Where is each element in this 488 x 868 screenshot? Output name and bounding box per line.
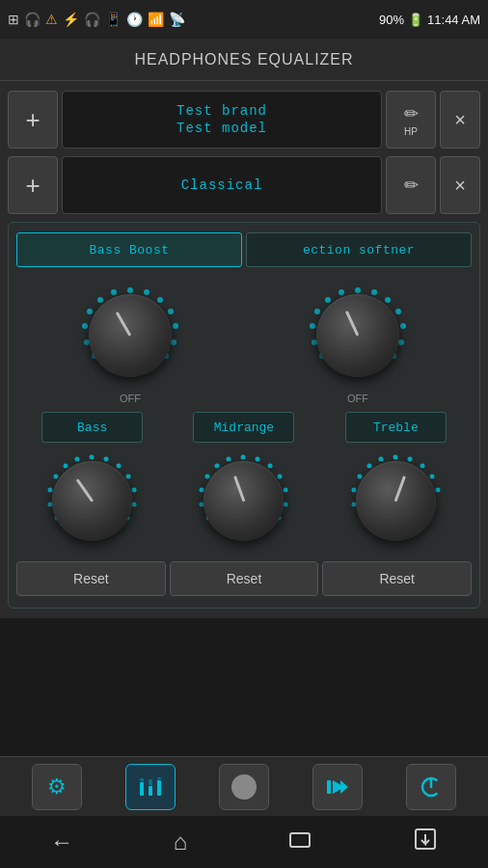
svg-point-52 [64, 464, 68, 469]
svg-point-88 [366, 464, 371, 469]
preset-row-1: + Test brand Test model ✏ HP × [8, 91, 480, 149]
edit-preset2-button[interactable]: ✏ [386, 156, 436, 214]
svg-marker-97 [340, 780, 348, 794]
music-button[interactable] [312, 764, 363, 810]
midrange-knob-indicator [233, 475, 245, 502]
close2-icon: × [454, 175, 466, 197]
svg-point-57 [278, 475, 283, 479]
svg-point-74 [420, 464, 424, 469]
preset1-line1: Test brand [176, 103, 267, 119]
svg-point-3 [168, 309, 174, 314]
bass-knob-body [52, 461, 132, 541]
grid-icon: ⊞ [8, 12, 19, 27]
power-icon [419, 774, 444, 800]
knob2-label: OFF [347, 393, 368, 404]
svg-point-22 [400, 323, 406, 329]
nav-bar: ← ⌂ [0, 816, 488, 868]
svg-point-53 [75, 457, 80, 462]
svg-point-37 [104, 457, 109, 462]
screenshot-button[interactable] [413, 827, 438, 857]
svg-point-17 [111, 289, 117, 295]
svg-point-34 [325, 297, 331, 303]
tab-bass-boost[interactable]: Bass Boost [16, 232, 242, 267]
svg-point-14 [82, 323, 88, 329]
preset2-name: Classical [181, 177, 263, 193]
headphone2-icon: 🎧 [84, 12, 100, 27]
midrange-knob-body [203, 461, 284, 541]
svg-point-41 [132, 502, 137, 507]
knob1-indicator [116, 312, 132, 337]
three-knobs-row [16, 450, 472, 552]
eq-band-labels: Bass Midrange Treble [16, 412, 472, 443]
page-title: HEADPHONES EQUALIZER [134, 51, 353, 68]
svg-point-23 [398, 339, 404, 345]
two-knobs-row: OFF [16, 283, 472, 404]
bass-knob[interactable] [41, 450, 143, 552]
pencil2-icon: ✏ [404, 175, 419, 196]
battery-icon: 🔋 [408, 13, 423, 27]
time-display: 11:44 AM [427, 13, 480, 27]
knob1-container: OFF [77, 283, 183, 404]
svg-rect-93 [149, 779, 152, 785]
svg-point-18 [355, 287, 361, 293]
midrange-knob[interactable] [193, 450, 294, 552]
wifi-icon: 📶 [148, 12, 164, 27]
svg-point-56 [268, 464, 273, 469]
knob2-container: OFF [305, 283, 411, 404]
status-right: 90% 🔋 11:44 AM [379, 13, 480, 27]
warning-icon: ⚠ [45, 12, 58, 27]
eq-panel: Bass Boost ection softner [8, 222, 480, 609]
svg-rect-94 [157, 780, 161, 796]
svg-point-70 [215, 464, 220, 469]
close-preset2-button[interactable]: × [440, 156, 480, 214]
pencil-icon: ✏ [404, 103, 419, 124]
recent-button[interactable] [287, 830, 312, 854]
knob2[interactable] [305, 283, 411, 389]
svg-point-1 [144, 289, 149, 295]
headphone-icon: 🎧 [24, 12, 41, 27]
treble-knob[interactable] [345, 450, 447, 552]
page-title-bar: HEADPHONES EQUALIZER [0, 39, 488, 81]
svg-rect-90 [140, 782, 144, 796]
tab-section-softner[interactable]: ection softner [246, 232, 472, 267]
svg-point-32 [310, 323, 315, 329]
svg-rect-95 [157, 777, 161, 779]
eq-button[interactable] [125, 764, 176, 810]
reset-midrange-button[interactable]: Reset [170, 561, 319, 596]
treble-label-btn[interactable]: Treble [345, 412, 447, 443]
preset1-line2: Test model [176, 121, 267, 136]
midrange-label-btn[interactable]: Midrange [193, 412, 294, 443]
effect-tabs: Bass Boost ection softner [16, 232, 472, 267]
svg-point-2 [157, 297, 163, 303]
svg-rect-101 [290, 833, 310, 847]
settings-button[interactable]: ⚙ [32, 764, 82, 810]
close-preset1-button[interactable]: × [440, 91, 480, 149]
usb-icon: ⚡ [63, 12, 79, 27]
status-bar: ⊞ 🎧 ⚠ ⚡ 🎧 📱 🕐 📶 📡 90% 🔋 11:44 AM [0, 0, 488, 39]
main-content: + Test brand Test model ✏ HP × + Classic… [0, 81, 488, 618]
knob1-body [89, 294, 172, 377]
treble-knob-container [345, 450, 447, 552]
home-button[interactable]: ⌂ [174, 828, 188, 855]
svg-point-5 [171, 339, 176, 345]
reset-bass-button[interactable]: Reset [16, 561, 166, 596]
svg-point-55 [256, 457, 260, 462]
close-icon: × [454, 109, 466, 131]
svg-point-19 [371, 289, 377, 295]
svg-point-4 [173, 323, 178, 329]
svg-point-15 [87, 309, 93, 314]
edit-preset1-button[interactable]: ✏ HP [386, 91, 436, 149]
reset-treble-button[interactable]: Reset [322, 561, 472, 596]
add-preset1-button[interactable]: + [8, 91, 58, 149]
knob1[interactable] [77, 283, 183, 389]
power-button[interactable] [406, 764, 456, 810]
record-button[interactable] [219, 764, 269, 810]
back-button[interactable]: ← [50, 828, 73, 855]
bass-label-btn[interactable]: Bass [41, 412, 143, 443]
svg-point-73 [407, 457, 412, 462]
knob2-indicator [345, 311, 360, 337]
add-preset2-button[interactable]: + [8, 156, 58, 214]
settings-icon: ⚙ [47, 774, 67, 800]
knob2-body [316, 294, 399, 377]
svg-rect-98 [327, 780, 331, 794]
